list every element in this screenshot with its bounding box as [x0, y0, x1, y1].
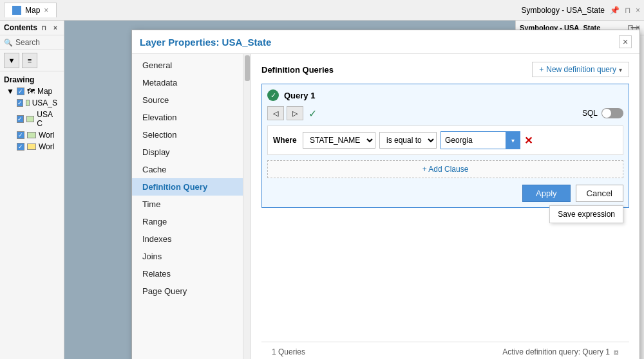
delete-clause-button[interactable]: ✕ [524, 134, 533, 147]
nav-scrollbar-thumb [245, 55, 250, 81]
sql-toggle-area: SQL [582, 108, 623, 118]
nav-indexes[interactable]: Indexes [132, 230, 251, 248]
nav-general[interactable]: General [132, 57, 251, 74]
usa-c-checkbox[interactable]: ✓ [17, 115, 24, 123]
nav-metadata[interactable]: Metadata [132, 74, 251, 91]
nav-range[interactable]: Range [132, 213, 251, 230]
layer-icon[interactable]: ≡ [22, 53, 37, 68]
sql-toggle[interactable] [601, 108, 623, 118]
world2-item[interactable]: ✓ Worl [4, 141, 60, 152]
usa-c-item[interactable]: ✓ USA C [4, 109, 60, 129]
usa-state-label: USA_S [32, 98, 57, 107]
apply-button[interactable]: Apply [522, 185, 571, 202]
world2-color [27, 143, 36, 150]
value-dropdown-btn[interactable]: ▾ [506, 132, 520, 149]
app-area: Contents ⊓ × 🔍 Search ▼ ≡ Drawing ▼ ✓ 🗺 … [0, 21, 644, 359]
map-icon: 🗺 [27, 87, 35, 96]
world1-label: Worl [39, 131, 54, 140]
content-spacer [261, 214, 629, 335]
map-checkbox[interactable]: ✓ [17, 87, 24, 95]
active-query-text: Active definition query: Query 1 [502, 347, 610, 356]
dialog-close-button[interactable]: × [619, 35, 632, 48]
active-query-info: Active definition query: Query 1 ⧈ [502, 347, 619, 356]
drawing-label: Drawing [4, 75, 60, 84]
validate-icon[interactable]: ✓ [308, 107, 317, 120]
nav-definition-query[interactable]: Definition Query [132, 178, 251, 196]
field-select[interactable]: STATE_NAME [303, 132, 375, 149]
query-actions: Apply Cancel Save expression [267, 185, 623, 202]
usa-state-checkbox[interactable]: ✓ [17, 99, 23, 107]
top-bar-pin2[interactable]: ⊓ [625, 6, 630, 15]
layer-properties-dialog: Layer Properties: USA_State × General Me… [131, 30, 640, 359]
cancel-query-button[interactable]: Cancel [576, 185, 623, 202]
map-tree-item[interactable]: ▼ ✓ 🗺 Map [4, 86, 60, 97]
filter-icon[interactable]: ▼ [4, 53, 19, 68]
new-query-label: New definition query [546, 65, 616, 74]
top-bar-close[interactable]: × [636, 6, 640, 15]
filter-icon: ⧈ [614, 347, 619, 356]
new-definition-query-button[interactable]: + New definition query ▾ [532, 62, 629, 77]
map-tab-close-icon[interactable]: × [44, 6, 48, 15]
nav-scrollbar[interactable] [243, 54, 251, 359]
nav-time[interactable]: Time [132, 196, 251, 213]
usa-c-label: USA C [37, 110, 57, 128]
tree-area: Drawing ▼ ✓ 🗺 Map ✓ USA_S ✓ USA C ✓ Worl [0, 71, 64, 155]
pin-icon2[interactable]: ⊓ [39, 23, 48, 32]
dialog-nav: General Metadata Source Elevation Select… [132, 54, 251, 359]
nav-display[interactable]: Display [132, 143, 251, 161]
usa-c-color [26, 116, 35, 122]
search-area: 🔍 Search [0, 35, 64, 50]
world2-checkbox[interactable]: ✓ [17, 143, 24, 151]
chevron-down-icon: ▾ [619, 66, 622, 73]
plus-icon: + [539, 65, 544, 74]
definition-queries-header: Definition Queries + New definition quer… [261, 62, 629, 77]
toolbar-row: ▼ ≡ [0, 50, 64, 71]
top-bar: Map × Symbology - USA_State 📌 ⊓ × [0, 0, 644, 21]
operator-select[interactable]: is equal to [379, 132, 437, 149]
world1-item[interactable]: ✓ Worl [4, 129, 60, 141]
modal-overlay: Layer Properties: USA_State × General Me… [64, 21, 515, 359]
nav-selection[interactable]: Selection [132, 126, 251, 143]
nav-cache[interactable]: Cache [132, 161, 251, 178]
nav-page-query[interactable]: Page Query [132, 282, 251, 300]
query-name: Query 1 [284, 91, 315, 100]
queries-count: 1 Queries [272, 347, 305, 356]
contents-title: Contents [4, 23, 37, 32]
search-icon: 🔍 [4, 39, 13, 47]
nav-source[interactable]: Source [132, 91, 251, 109]
dialog-titlebar: Layer Properties: USA_State × [132, 30, 639, 54]
back-button[interactable]: ◁ [267, 106, 284, 120]
map-tab-label: Map [25, 6, 40, 15]
forward-button[interactable]: ▷ [287, 106, 303, 120]
right-panel-title: Symbology - USA_State [522, 6, 605, 15]
world1-checkbox[interactable]: ✓ [17, 131, 24, 139]
map-expand-icon: ▼ [6, 87, 14, 96]
dialog-footer: 1 Queries Active definition query: Query… [261, 342, 629, 359]
query-toolbar: ◁ ▷ ✓ SQL [267, 106, 623, 120]
usa-state-item[interactable]: ✓ USA_S [4, 97, 60, 109]
dialog-title: Layer Properties: USA_State [140, 37, 271, 48]
map-tab[interactable]: Map × [4, 3, 57, 17]
query-box: ✓ Query 1 ◁ ▷ ✓ SQL [261, 84, 629, 208]
map-tab-icon [12, 6, 21, 15]
usa-state-color [26, 100, 30, 106]
value-input-container: ▾ [440, 131, 520, 149]
map-label: Map [37, 87, 52, 96]
nav-elevation[interactable]: Elevation [132, 109, 251, 126]
query-check-icon: ✓ [267, 89, 279, 101]
nav-joins[interactable]: Joins [132, 248, 251, 265]
header-icons: ⊓ × [39, 23, 60, 32]
pin-icon[interactable]: 📌 [610, 6, 620, 15]
dialog-content: Definition Queries + New definition quer… [251, 54, 639, 359]
value-input[interactable] [441, 133, 506, 147]
where-clause: Where STATE_NAME is equal to ▾ [267, 125, 623, 155]
left-panel: Contents ⊓ × 🔍 Search ▼ ≡ Drawing ▼ ✓ 🗺 … [0, 21, 64, 359]
add-clause-button[interactable]: + Add Clause [267, 160, 623, 178]
sql-label: SQL [582, 109, 598, 118]
add-clause-label: + Add Clause [422, 165, 469, 174]
definition-queries-title: Definition Queries [261, 65, 334, 75]
save-expression-tooltip[interactable]: Save expression [549, 205, 623, 223]
close-icon[interactable]: × [51, 23, 60, 32]
nav-relates[interactable]: Relates [132, 265, 251, 282]
query-header: ✓ Query 1 [267, 89, 623, 101]
